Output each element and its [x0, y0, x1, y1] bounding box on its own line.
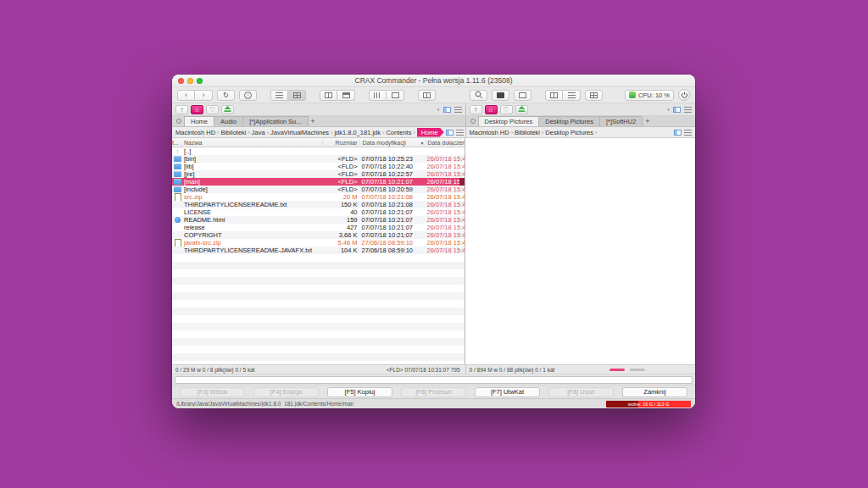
command-input[interactable] — [175, 376, 693, 384]
right-crumb-panel-icon[interactable] — [674, 130, 682, 136]
view-full-button[interactable] — [288, 90, 306, 101]
breadcrumb-item[interactable]: Macintosh HD — [470, 129, 509, 136]
close-window-button[interactable]: Zamknij — [622, 387, 687, 397]
file-row[interactable]: LICENSE 40 07/07/18 10:21:07 26/07/18 15… — [172, 208, 465, 216]
close-button[interactable] — [178, 78, 184, 84]
column-size[interactable]: Rozmiar — [322, 140, 359, 146]
right-favorites-button[interactable]: ♡ — [500, 105, 513, 114]
zoom-button[interactable] — [197, 78, 203, 84]
right-up-dir-button[interactable]: ↑ — [470, 105, 482, 114]
sync-tool-button[interactable] — [563, 90, 581, 101]
settings-button[interactable] — [585, 90, 603, 101]
search-button[interactable] — [470, 90, 487, 101]
file-row[interactable]: THIRDPARTYLICENSEREADME.txt 150 K 07/07/… — [172, 201, 465, 208]
right-history-back-button[interactable]: ‹ — [667, 106, 670, 114]
breadcrumb-item[interactable]: Contents — [386, 129, 411, 136]
f8-delete-button[interactable]: [F8] Usuń — [548, 387, 614, 397]
left-home-button[interactable]: ⌂ — [191, 105, 203, 114]
left-history-back-button[interactable]: ‹ — [437, 106, 440, 114]
eject-icon — [518, 106, 526, 113]
left-tab-application[interactable]: [*]Application Su... — [242, 116, 308, 126]
f4-edit-button[interactable]: [F4] Edycja — [253, 387, 319, 397]
right-panel-mode-icon[interactable] — [673, 107, 681, 113]
info-button[interactable]: i — [239, 90, 257, 101]
breadcrumb-item[interactable]: JavaVirtualMachines — [270, 129, 329, 136]
file-row[interactable]: [bin] <FLD> 07/07/18 10:25:23 26/07/18 1… — [172, 155, 465, 163]
heart-icon: ♡ — [209, 106, 215, 114]
left-favorites-button[interactable]: ♡ — [206, 105, 219, 114]
file-size: <FLD> — [322, 163, 359, 170]
right-tab-desktop-pictures-2[interactable]: Desktop Pictures — [538, 116, 600, 126]
bottom-status-bar: /Library/Java/JavaVirtualMachines/jdk1.8… — [172, 398, 695, 408]
right-home-button[interactable]: ⌂ — [485, 105, 498, 114]
column-name[interactable]: Nazwa — [183, 140, 322, 146]
info-icon: i — [244, 92, 252, 99]
file-row[interactable]: COPYRIGHT 3.66 K 07/07/18 10:21:07 26/07… — [172, 231, 465, 239]
right-crumb-list-icon[interactable] — [684, 130, 692, 136]
breadcrumb-item[interactable]: Java — [252, 129, 265, 136]
left-list-mode-icon[interactable] — [454, 107, 462, 113]
empty-list-area[interactable] — [172, 254, 465, 364]
file-size: 427 — [322, 224, 359, 231]
cpu-indicator[interactable]: CPU: 10 % — [625, 90, 674, 101]
file-row-selected[interactable]: [man] <FLD> 07/07/18 10:21:07 26/07/18 1… — [172, 178, 465, 186]
sort-indicator-icon: ▾ — [421, 140, 424, 146]
file-size: <FLD> — [322, 170, 359, 178]
back-button[interactable]: ‹ — [177, 90, 195, 101]
file-row[interactable]: THIRDPARTYLICENSEREADME-JAVAFX.txt 104 K… — [172, 247, 465, 254]
column-modified[interactable]: Data modyfikacji ▾ — [359, 140, 426, 146]
file-row[interactable]: [..] — [172, 147, 465, 155]
file-row[interactable]: [lib] <FLD> 07/07/18 10:22:40 26/07/18 1… — [172, 163, 465, 170]
right-file-pane[interactable] — [465, 138, 695, 364]
preview-button[interactable] — [514, 90, 531, 101]
panel-left-button[interactable] — [369, 90, 387, 101]
file-size: 20 M — [322, 193, 359, 201]
left-tab-audio[interactable]: Audio — [214, 116, 243, 126]
breadcrumb-item[interactable]: Biblioteki — [515, 129, 540, 136]
left-new-tab-button[interactable]: + — [308, 116, 319, 126]
minimize-button[interactable] — [187, 78, 193, 84]
right-list-mode-icon[interactable] — [684, 107, 692, 113]
refresh-button[interactable]: ↻ — [217, 90, 235, 101]
fullscreen-panel-button[interactable] — [418, 90, 436, 101]
left-up-dir-button[interactable]: ↑ — [175, 105, 188, 114]
forward-button[interactable]: › — [195, 90, 213, 101]
breadcrumb-item[interactable]: jdk1.8.0_181.jdk — [334, 129, 381, 136]
right-tab-softhu2[interactable]: [*]SoftHU2 — [599, 116, 643, 126]
f5-copy-button[interactable]: [F5] Kopiuj — [327, 387, 392, 397]
file-row[interactable]: javafx-src.zip 5.46 M 27/06/18 08:59:10 … — [172, 239, 465, 247]
left-eject-button[interactable] — [221, 105, 234, 114]
layout-split-button[interactable] — [320, 90, 337, 101]
right-new-tab-button[interactable]: + — [642, 116, 653, 126]
column-type[interactable]: t... — [172, 140, 183, 146]
breadcrumb-item[interactable]: Biblioteki — [220, 129, 246, 136]
file-row[interactable]: src.zip 20 M 07/07/18 10:21:08 26/07/18 … — [172, 193, 465, 201]
file-type-icon — [172, 147, 183, 155]
file-row[interactable]: [include] <FLD> 07/07/18 10:20:59 26/07/… — [172, 186, 465, 193]
file-row[interactable]: README.html 159 07/07/18 10:21:07 26/07/… — [172, 216, 465, 224]
breadcrumb-item[interactable]: Macintosh HD — [175, 129, 215, 136]
f6-move-button[interactable]: [F6] Przesuń — [401, 387, 466, 397]
right-tab-desktop-pictures-1[interactable]: Desktop Pictures — [478, 116, 540, 126]
panel-right-button[interactable] — [387, 90, 404, 101]
breadcrumb-item[interactable]: Desktop Pictures — [545, 129, 593, 136]
view-brief-button[interactable] — [270, 90, 288, 101]
column-added[interactable]: Data dołączenia — [426, 140, 465, 146]
f3-view-button[interactable]: [F3] Widok — [180, 387, 245, 397]
left-crumb-list-icon[interactable] — [456, 130, 464, 136]
file-row[interactable]: [jre] <FLD> 07/07/18 10:22:57 26/07/18 1… — [172, 170, 465, 178]
breadcrumb-current-chip[interactable]: Home — [417, 128, 444, 137]
left-tab-home[interactable]: Home — [184, 116, 214, 126]
layout-horizontal-button[interactable] — [337, 90, 355, 101]
left-panel-mode-icon[interactable] — [443, 107, 451, 113]
power-button[interactable] — [678, 89, 690, 101]
file-type-icon — [172, 156, 183, 162]
f7-mkdir-button[interactable]: [F7] UtwKat — [475, 387, 540, 397]
right-eject-button[interactable] — [515, 105, 528, 114]
file-modified: 07/07/18 10:21:08 — [359, 193, 426, 201]
columns-icon — [374, 92, 381, 98]
left-crumb-panel-icon[interactable] — [446, 130, 453, 136]
file-row[interactable]: release 427 07/07/18 10:21:07 26/07/18 1… — [172, 224, 465, 231]
copy-tool-button[interactable] — [545, 90, 563, 101]
terminal-button[interactable] — [492, 90, 509, 101]
